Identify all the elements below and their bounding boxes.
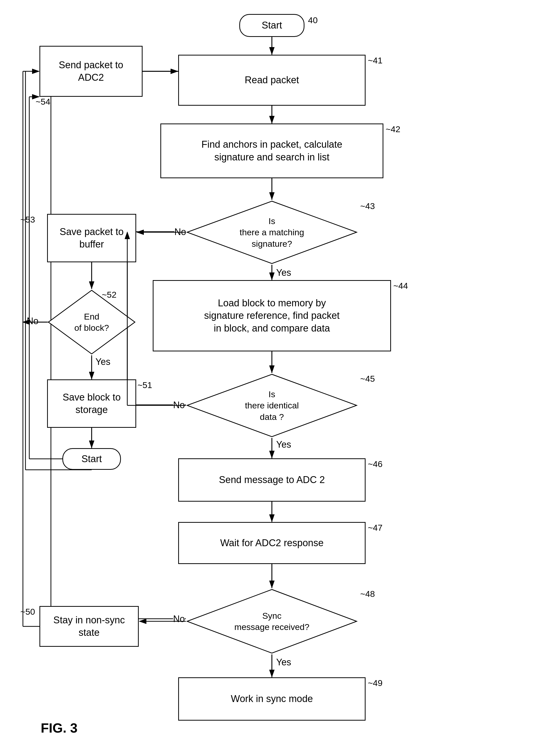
no-label-matching: No (174, 227, 186, 237)
work-sync-ref: ~49 (368, 678, 383, 688)
matching-sig-ref: ~43 (360, 201, 375, 211)
matching-sig-label: Isthere a matchingsignature? (231, 215, 313, 249)
send-message-node: Send message to ADC 2 (178, 458, 366, 502)
wait-adc2-ref: ~47 (368, 523, 383, 533)
identical-data-label: Isthere identicaldata ? (232, 389, 311, 422)
stay-nonsync-ref: ~50 (20, 607, 35, 617)
send-message-ref: ~46 (368, 459, 383, 469)
identical-data-diamond: Isthere identicaldata ? (186, 373, 358, 438)
save-block-node: Save block to storage (47, 379, 136, 428)
work-sync-node: Work in sync mode (178, 677, 366, 721)
read-packet-ref: ~41 (368, 56, 383, 65)
work-sync-label: Work in sync mode (231, 693, 313, 705)
start-top-ref: 40 (308, 15, 318, 25)
load-block-node: Load block to memory by signature refere… (153, 280, 391, 351)
stay-nonsync-node: Stay in non-sync state (39, 606, 139, 647)
identical-data-ref: ~45 (360, 374, 375, 384)
fig-label: FIG. 3 (41, 720, 77, 736)
read-packet-label: Read packet (245, 74, 299, 86)
save-packet-label: Save packet to buffer (60, 226, 123, 251)
find-anchors-node: Find anchors in packet, calculate signat… (160, 123, 383, 178)
find-anchors-ref: ~42 (386, 124, 400, 134)
matching-sig-diamond: Isthere a matchingsignature? (186, 200, 358, 265)
yes-label-endblock: Yes (95, 356, 110, 367)
send-message-label: Send message to ADC 2 (219, 474, 325, 486)
end-block-diamond: Endof block? (47, 289, 136, 355)
no-label-identical: No (173, 400, 185, 410)
wait-adc2-label: Wait for ADC2 response (220, 537, 324, 549)
start-bottom-node: Start (62, 448, 121, 470)
wait-adc2-node: Wait for ADC2 response (178, 522, 366, 564)
yes-label-matching: Yes (276, 267, 291, 278)
yes-label-sync: Yes (276, 657, 291, 668)
save-block-ref: ~51 (137, 380, 152, 390)
sync-received-ref: ~48 (360, 589, 375, 599)
find-anchors-label: Find anchors in packet, calculate signat… (201, 138, 342, 163)
send-adc2-ref: ~54 (36, 97, 50, 107)
save-packet-node: Save packet to buffer (47, 214, 136, 262)
send-adc2-node: Send packet to ADC2 (39, 46, 143, 97)
stay-nonsync-label: Stay in non-sync state (53, 614, 125, 639)
yes-label-identical: Yes (276, 439, 291, 450)
read-packet-node: Read packet (178, 55, 366, 106)
no-label-sync: No (173, 614, 185, 624)
start-bottom-label: Start (81, 453, 102, 465)
end-block-ref: ~52 (102, 290, 117, 300)
save-packet-ref: ~53 (20, 215, 35, 225)
sync-received-diamond: Syncmessage received? (186, 588, 358, 654)
send-adc2-label: Send packet to ADC2 (59, 59, 123, 84)
load-block-ref: ~44 (393, 281, 408, 291)
save-block-label: Save block to storage (63, 391, 121, 416)
end-block-label: Endof block? (61, 311, 122, 333)
start-top-node: Start (239, 14, 304, 37)
start-top-label: Start (262, 19, 282, 32)
no-label-endblock: No (27, 316, 38, 326)
sync-received-label: Syncmessage received? (232, 610, 311, 633)
load-block-label: Load block to memory by signature refere… (204, 297, 340, 335)
